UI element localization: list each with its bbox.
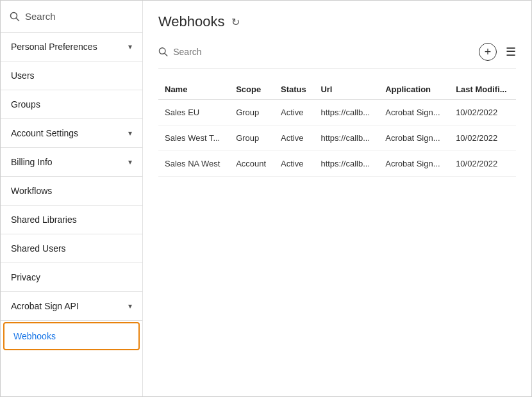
table-header: NameScopeStatusUrlApplicationLast Modifi… <box>158 79 516 100</box>
chevron-down-icon: ▾ <box>128 42 132 51</box>
cell-application: Acrobat Sign... <box>379 126 449 151</box>
refresh-icon[interactable]: ↻ <box>231 16 240 28</box>
sidebar-item-account-settings[interactable]: Account Settings▾ <box>1 119 142 148</box>
table-col-application: Application <box>379 79 449 100</box>
webhooks-table: NameScopeStatusUrlApplicationLast Modifi… <box>158 79 516 177</box>
cell-name: Sales NA West <box>158 151 229 177</box>
chevron-down-icon: ▾ <box>128 302 132 311</box>
sidebar-item-personal-preferences[interactable]: Personal Preferences▾ <box>1 33 142 61</box>
sidebar-item-shared-users[interactable]: Shared Users <box>1 234 142 263</box>
cell-status: Active <box>274 126 314 151</box>
sidebar-item-billing-info[interactable]: Billing Info▾ <box>1 148 142 177</box>
search-icon <box>10 12 20 22</box>
sidebar-item-label: Webhooks <box>13 331 56 341</box>
table-col-url: Url <box>314 79 379 100</box>
chevron-down-icon: ▾ <box>128 129 132 138</box>
main-content: Webhooks ↻ + ☰ NameScopeStatusUrlApplica… <box>143 1 531 396</box>
page-title: Webhooks <box>158 13 225 30</box>
search-input[interactable] <box>173 47 479 57</box>
cell-scope: Account <box>229 151 274 177</box>
svg-line-1 <box>17 18 19 20</box>
sidebar-item-groups[interactable]: Groups <box>1 90 142 119</box>
cell-last_modified: 10/02/2022 <box>449 126 516 151</box>
cell-status: Active <box>274 100 314 126</box>
cell-last_modified: 10/02/2022 <box>449 151 516 177</box>
table-row[interactable]: Sales West T...GroupActivehttps://callb.… <box>158 126 516 151</box>
sidebar-item-label: Shared Libraries <box>11 215 77 225</box>
page-header: Webhooks ↻ <box>158 13 516 30</box>
toolbar: + ☰ <box>158 43 516 69</box>
sidebar: Search Personal Preferences▾UsersGroupsA… <box>1 1 143 396</box>
cell-scope: Group <box>229 126 274 151</box>
sidebar-item-users[interactable]: Users <box>1 61 142 90</box>
cell-name: Sales EU <box>158 100 229 126</box>
table-col-status: Status <box>274 79 314 100</box>
toolbar-search-icon <box>158 47 168 57</box>
chevron-down-icon: ▾ <box>128 158 132 166</box>
cell-last_modified: 10/02/2022 <box>449 100 516 126</box>
svg-line-3 <box>165 53 167 56</box>
sidebar-item-label: Users <box>11 70 35 81</box>
sidebar-item-shared-libraries[interactable]: Shared Libraries <box>1 206 142 234</box>
sidebar-item-webhooks[interactable]: Webhooks <box>3 322 140 350</box>
sidebar-item-label: Workflows <box>11 186 52 196</box>
cell-url: https://callb... <box>314 151 379 177</box>
toolbar-actions: + ☰ <box>479 43 516 61</box>
cell-application: Acrobat Sign... <box>379 100 449 126</box>
cell-status: Active <box>274 151 314 177</box>
sidebar-item-label: Acrobat Sign API <box>11 301 79 311</box>
cell-application: Acrobat Sign... <box>379 151 449 177</box>
sidebar-item-acrobat-sign-api[interactable]: Acrobat Sign API▾ <box>1 292 142 321</box>
toolbar-search-container <box>158 47 479 57</box>
cell-scope: Group <box>229 100 274 126</box>
sidebar-item-label: Shared Users <box>11 243 66 254</box>
sidebar-item-label: Personal Preferences <box>11 42 97 52</box>
sidebar-item-label: Privacy <box>11 272 40 282</box>
sidebar-search[interactable]: Search <box>1 1 142 33</box>
sidebar-search-label: Search <box>25 11 56 22</box>
add-webhook-button[interactable]: + <box>479 43 497 61</box>
sidebar-item-privacy[interactable]: Privacy <box>1 263 142 292</box>
sidebar-item-workflows[interactable]: Workflows <box>1 177 142 206</box>
cell-url: https://callb... <box>314 100 379 126</box>
table-col-name: Name <box>158 79 229 100</box>
sidebar-nav: Personal Preferences▾UsersGroupsAccount … <box>1 33 142 352</box>
menu-button[interactable]: ☰ <box>506 45 516 59</box>
table-col-last-modifi---: Last Modifi... <box>449 79 516 100</box>
sidebar-item-label: Account Settings <box>11 128 78 138</box>
table-row[interactable]: Sales NA WestAccountActivehttps://callb.… <box>158 151 516 177</box>
cell-name: Sales West T... <box>158 126 229 151</box>
sidebar-item-label: Billing Info <box>11 157 53 167</box>
table-col-scope: Scope <box>229 79 274 100</box>
sidebar-item-label: Groups <box>11 99 40 109</box>
cell-url: https://callb... <box>314 126 379 151</box>
table-row[interactable]: Sales EUGroupActivehttps://callb...Acrob… <box>158 100 516 126</box>
table-body: Sales EUGroupActivehttps://callb...Acrob… <box>158 100 516 177</box>
